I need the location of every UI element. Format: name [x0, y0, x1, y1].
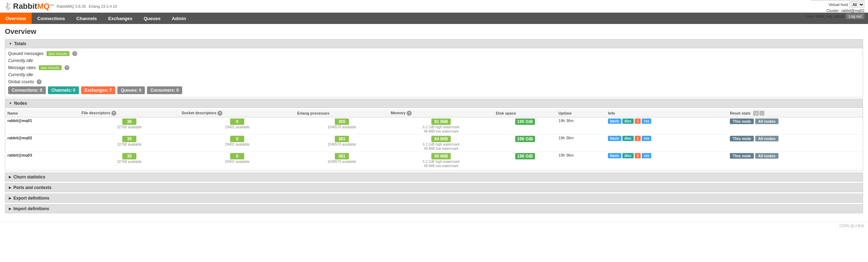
minus-button[interactable]: -	[759, 111, 764, 116]
nav-admin[interactable]: Admin	[166, 13, 191, 24]
socket-desc-main: 0	[230, 118, 244, 125]
memory-cell: 95 MiB 6.2 GiB high watermark 48 MiB low…	[389, 152, 494, 169]
logo-area: 🐇 RabbitMQTM RabbitMQ 3.8.35 Erlang 23.3…	[4, 2, 117, 11]
churn-arrow: ▶	[9, 175, 11, 179]
reset-all-nodes-button[interactable]: All nodes	[755, 153, 778, 159]
reset-all-nodes-button[interactable]: All nodes	[755, 136, 778, 141]
node-name: rabbit@mq02	[5, 135, 79, 152]
info-basic-btn[interactable]: basic	[608, 136, 621, 141]
reset-cell: This node All nodes	[728, 117, 863, 135]
queued-messages-help[interactable]: ?	[72, 51, 77, 56]
disk-main: 195 GiB	[515, 118, 535, 125]
ports-header[interactable]: ▶ Ports and contexts	[5, 183, 863, 192]
info-disc-btn[interactable]: disc	[622, 153, 634, 158]
consumers-count: Consumers: 0	[147, 86, 182, 94]
cluster-line: Cluster: rabbit@mq02	[826, 8, 864, 13]
connections-count: Connections: 0	[8, 86, 46, 94]
col-socket-desc: Socket descriptors ?	[179, 109, 295, 117]
file-desc-sub: 32768 available	[81, 142, 177, 146]
nodes-table: Name File descriptors ? Socket descripto…	[5, 109, 863, 169]
import-header[interactable]: ▶ Import definitions	[5, 204, 863, 213]
socket-desc-cell: 0 29401 available	[179, 152, 295, 169]
reset-this-node-button[interactable]: This node	[730, 136, 754, 141]
queued-messages-row: Queued messages last minute ?	[8, 51, 860, 56]
info-1-btn[interactable]: 1	[635, 118, 641, 124]
nodes-label: Nodes	[14, 101, 27, 106]
erlang-cell: 381 1048576 available	[295, 152, 389, 169]
user-line: User ailink_mq_admin Log out	[806, 13, 864, 19]
reset-cell: This node All nodes	[728, 152, 863, 169]
churn-header[interactable]: ▶ Churn statistics	[5, 172, 863, 182]
info-cell: basic disc 1 rss	[606, 135, 728, 152]
nav-exchanges[interactable]: Exchanges	[103, 13, 138, 24]
table-row: rabbit@mq01 36 32768 available 0 29401 a…	[5, 117, 863, 135]
info-basic-btn[interactable]: basic	[608, 118, 621, 124]
nav-connections[interactable]: Connections	[32, 13, 71, 24]
erlang-cell: 385 1048576 available	[295, 117, 389, 135]
disk-cell: 196 GiB	[494, 152, 556, 169]
message-rates-help[interactable]: ?	[64, 65, 69, 70]
refresh-select[interactable]: Refresh every 5 seconds	[811, 0, 864, 1]
cluster-label: Cluster:	[826, 8, 840, 13]
version-info: RabbitMQ 3.8.35	[56, 4, 86, 8]
uptime-cell: 19h 36m	[556, 152, 606, 169]
memory-cell: 91 MiB 6.2 GiB high watermark 48 MiB low…	[389, 117, 494, 135]
vhost-label: Virtual host	[829, 2, 848, 7]
uptime-cell: 19h 36m	[556, 135, 606, 152]
socket-desc-help[interactable]: ?	[217, 111, 222, 116]
col-disk: Disk space	[494, 109, 556, 117]
erlang-sub: 1048576 available	[297, 125, 387, 129]
info-1-btn[interactable]: 1	[635, 136, 641, 141]
global-counts-label: Global counts	[8, 79, 34, 84]
memory-help[interactable]: ?	[407, 111, 412, 116]
nav-channels[interactable]: Channels	[71, 13, 103, 24]
col-memory: Memory ?	[389, 109, 494, 117]
footer-text: CSDN @计算机	[839, 224, 864, 228]
export-header[interactable]: ▶ Export definitions	[5, 194, 863, 203]
top-bar: 🐇 RabbitMQTM RabbitMQ 3.8.35 Erlang 23.3…	[0, 0, 868, 13]
global-counts-help[interactable]: ?	[37, 79, 42, 84]
node-name: rabbit@mq03	[5, 152, 79, 169]
nav-queues[interactable]: Queues	[138, 13, 166, 24]
info-rss-btn[interactable]: rss	[642, 118, 651, 124]
col-reset: Reset stats + -	[728, 109, 863, 117]
info-disc-btn[interactable]: disc	[622, 118, 634, 124]
logo-mq-text: MQ	[37, 2, 49, 11]
totals-header[interactable]: ▼ Totals	[5, 39, 863, 48]
erlang-main: 381	[335, 153, 349, 159]
reset-all-nodes-button[interactable]: All nodes	[755, 118, 778, 124]
socket-desc-sub: 29401 available	[181, 142, 293, 146]
nav-bar: Overview Connections Channels Exchanges …	[0, 13, 868, 24]
nodes-header[interactable]: ▼ Nodes	[5, 99, 863, 108]
info-rss-btn[interactable]: rss	[642, 136, 651, 141]
import-arrow: ▶	[9, 207, 11, 211]
plus-button[interactable]: +	[753, 111, 759, 116]
vhost-select[interactable]: All	[849, 1, 864, 8]
erlang-info: Erlang 23.3.4.10	[89, 4, 117, 8]
logout-button[interactable]: Log out	[846, 13, 864, 19]
info-1-btn[interactable]: 1	[635, 153, 641, 158]
memory-sub-low: 48 MiB low watermark	[391, 164, 492, 168]
info-rss-btn[interactable]: rss	[642, 153, 651, 158]
reset-this-node-button[interactable]: This node	[730, 153, 754, 159]
memory-cell: 94 MiB 6.2 GiB high watermark 48 MiB low…	[389, 135, 494, 152]
nav-overview[interactable]: Overview	[0, 13, 32, 24]
memory-main: 91 MiB	[431, 118, 451, 125]
nodes-body: Name File descriptors ? Socket descripto…	[5, 108, 863, 171]
reset-this-node-button[interactable]: This node	[730, 118, 754, 124]
erlang-sub: 1048576 available	[297, 142, 387, 146]
message-rates-badge[interactable]: last minute	[39, 65, 62, 70]
export-arrow: ▶	[9, 196, 11, 200]
memory-sub-high: 6.2 GiB high watermark	[391, 160, 492, 164]
import-section: ▶ Import definitions	[5, 204, 863, 213]
memory-sub-high: 6.2 GiB high watermark	[391, 125, 492, 129]
file-desc-help[interactable]: ?	[111, 111, 116, 116]
info-basic-btn[interactable]: basic	[608, 153, 621, 158]
file-desc-sub: 32768 available	[81, 160, 177, 164]
disk-main: 196 GiB	[515, 136, 535, 142]
info-disc-btn[interactable]: disc	[622, 136, 634, 141]
queued-messages-badge[interactable]: last minute	[47, 51, 69, 56]
channels-count: Channels: 0	[48, 86, 79, 94]
file-desc-cell: 35 32768 available	[79, 135, 179, 152]
refresh-line: Refreshed 2024-05-07 10:52:02 Refresh ev…	[755, 0, 864, 1]
